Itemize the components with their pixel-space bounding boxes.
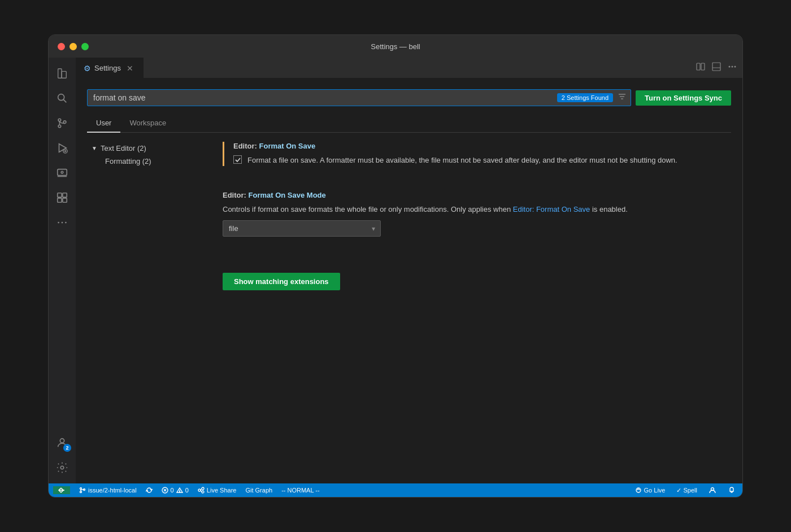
errors-indicator[interactable]: 0 0: [159, 487, 191, 494]
vscode-window: Settings — bell: [48, 34, 743, 498]
spell-label: ✓ Spell: [676, 487, 697, 494]
svg-rect-16: [58, 198, 62, 202]
status-bar-right: Go Live ✓ Spell: [633, 486, 738, 494]
format-on-save-setting: Editor: Format On Save Format a file on …: [223, 142, 731, 184]
remote-indicator[interactable]: [53, 486, 70, 494]
settings-content: 2 Settings Found Turn on Settings Sync: [76, 78, 742, 483]
remote-explorer-icon[interactable]: [51, 162, 73, 184]
branch-name: issue/2-html-local: [88, 487, 137, 494]
search-input-wrapper: 2 Settings Found: [87, 89, 631, 106]
minimize-button[interactable]: [69, 43, 77, 50]
settings-body: ▼ Text Editor (2) Formatting (2): [87, 142, 731, 290]
svg-point-20: [65, 222, 67, 224]
status-bar-left: issue/2-html-local 0: [53, 486, 322, 494]
extensions-icon[interactable]: [51, 186, 73, 209]
accounts-icon[interactable]: 2: [51, 431, 73, 454]
svg-rect-24: [701, 63, 705, 70]
person-icon[interactable]: [706, 486, 719, 494]
titlebar: Settings — bell: [49, 35, 742, 58]
go-live-indicator[interactable]: Go Live: [633, 487, 668, 494]
svg-point-28: [732, 66, 733, 68]
svg-point-2: [58, 94, 64, 101]
errors-count: 0: [171, 487, 174, 494]
format-on-save-title: Editor: Format On Save: [233, 142, 731, 150]
svg-point-18: [58, 222, 59, 224]
svg-point-33: [80, 488, 82, 490]
format-mode-select[interactable]: file modifications modificationsIfAvaila…: [223, 220, 381, 237]
settings-tab-icon: ⚙: [84, 64, 91, 73]
more-icon[interactable]: [51, 211, 73, 234]
svg-point-12: [61, 171, 63, 173]
format-on-save-description: Format a file on save. A formatter must …: [247, 155, 677, 166]
format-mode-select-wrapper: file modifications modificationsIfAvaila…: [223, 220, 381, 237]
search-results-badge: 2 Settings Found: [557, 93, 613, 102]
turn-on-sync-button[interactable]: Turn on Settings Sync: [636, 90, 731, 106]
search-activity-icon[interactable]: [51, 87, 73, 110]
chevron-down-icon: ▼: [92, 145, 97, 151]
svg-line-45: [201, 491, 202, 492]
search-filter-icon[interactable]: [618, 92, 627, 103]
svg-line-3: [63, 99, 66, 102]
sync-changes-indicator[interactable]: [144, 487, 155, 494]
main-layout: 2 ⚙ Settings ✕: [49, 58, 742, 483]
show-matching-extensions-button[interactable]: Show matching extensions: [223, 273, 340, 290]
svg-point-19: [62, 222, 63, 224]
git-graph-indicator[interactable]: Git Graph: [243, 487, 275, 494]
search-bar-row: 2 Settings Found Turn on Settings Sync: [87, 89, 731, 106]
settings-tab[interactable]: ⚙ Settings ✕: [76, 58, 144, 78]
text-editor-header[interactable]: ▼ Text Editor (2): [87, 142, 211, 155]
run-debug-icon[interactable]: [51, 137, 73, 159]
format-on-save-mode-setting: Editor: Format On Save Mode Controls if …: [223, 189, 731, 253]
activity-bar-bottom: 2: [51, 431, 73, 483]
svg-point-40: [179, 492, 180, 492]
svg-point-5: [58, 125, 61, 128]
format-on-save-mode-prefix: Editor:: [223, 191, 249, 199]
manage-icon[interactable]: [51, 456, 73, 479]
live-share-indicator[interactable]: Live Share: [195, 487, 239, 494]
svg-point-4: [58, 119, 61, 121]
format-on-save-mode-title: Editor: Format On Save Mode: [223, 191, 731, 199]
svg-rect-15: [63, 193, 67, 197]
close-button[interactable]: [58, 43, 65, 50]
settings-sidebar: ▼ Text Editor (2) Formatting (2): [87, 142, 211, 290]
user-tab[interactable]: User: [87, 115, 120, 133]
maximize-button[interactable]: [81, 43, 89, 50]
text-editor-group: ▼ Text Editor (2) Formatting (2): [87, 142, 211, 168]
toggle-panel-icon[interactable]: [711, 61, 722, 75]
format-on-save-link[interactable]: Editor: Format On Save: [513, 205, 590, 213]
svg-rect-11: [58, 169, 67, 176]
split-editor-icon[interactable]: [695, 61, 706, 75]
activity-bar-top: [51, 62, 73, 431]
settings-tab-close[interactable]: ✕: [127, 64, 133, 73]
show-extensions-section: Show matching extensions: [223, 264, 731, 290]
svg-point-29: [734, 66, 736, 68]
text-editor-label: Text Editor (2): [101, 144, 146, 152]
formatting-item[interactable]: Formatting (2): [87, 155, 211, 168]
explorer-icon[interactable]: [51, 62, 73, 85]
spell-indicator[interactable]: ✓ Spell: [674, 487, 699, 494]
svg-point-34: [80, 491, 82, 493]
status-bar: issue/2-html-local 0: [49, 483, 742, 497]
checkbox-row: Format a file on save. A formatter must …: [233, 155, 731, 166]
tab-bar: ⚙ Settings ✕: [76, 58, 742, 78]
live-share-label: Live Share: [207, 487, 237, 494]
svg-point-46: [636, 488, 641, 492]
bell-icon[interactable]: [725, 486, 738, 494]
search-input[interactable]: [87, 89, 631, 106]
svg-rect-1: [62, 71, 66, 78]
desc-start: Controls if format on save formats the w…: [223, 205, 513, 213]
branch-indicator[interactable]: issue/2-html-local: [77, 487, 139, 494]
warnings-count: 0: [185, 487, 189, 494]
go-live-label: Go Live: [644, 487, 666, 494]
more-actions-icon[interactable]: [727, 61, 738, 75]
editor-area: ⚙ Settings ✕: [76, 58, 742, 483]
source-control-icon[interactable]: [51, 112, 73, 134]
settings-main-panel: Editor: Format On Save Format a file on …: [211, 142, 731, 290]
settings-scope-tabs: User Workspace: [87, 115, 731, 133]
format-on-save-name: Format On Save: [259, 142, 316, 150]
svg-point-42: [202, 487, 204, 490]
accounts-badge: 2: [63, 444, 71, 452]
svg-line-44: [201, 489, 202, 490]
format-on-save-checkbox[interactable]: [233, 155, 242, 164]
workspace-tab[interactable]: Workspace: [120, 115, 175, 133]
